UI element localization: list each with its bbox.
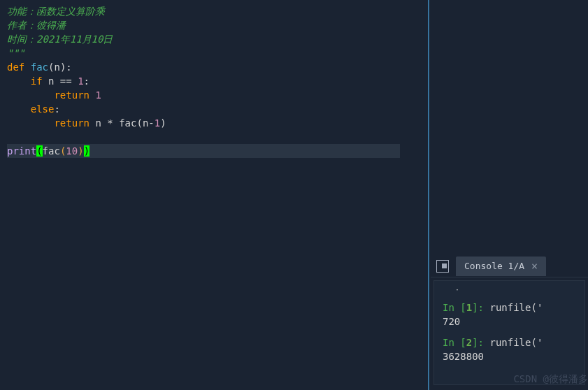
comment-line: 时间：2021年11月10日 xyxy=(7,32,430,46)
docstring-end: """ xyxy=(7,46,430,60)
console-tab[interactable]: Console 1/A × xyxy=(456,257,546,276)
console-tab-label: Console 1/A xyxy=(464,261,524,271)
code-line-if: if n == 1: xyxy=(7,74,430,88)
console-panel: Console 1/A × ˙ In [1]: runfile(' 720 In… xyxy=(431,255,588,390)
console-ellipsis: ˙ xyxy=(443,287,582,301)
console-tabbar: Console 1/A × xyxy=(431,255,588,277)
console-input-1: In [1]: runfile(' xyxy=(443,301,582,315)
code-line-def: def fac(n): xyxy=(7,60,430,74)
comment-line: 功能：函数定义算阶乘 xyxy=(7,4,430,18)
code-line-return1: return 1 xyxy=(7,88,430,102)
code-line-print-current: print(fac(10)) xyxy=(7,144,400,158)
console-output-1: 720 xyxy=(443,315,582,328)
console-output-2: 3628800 xyxy=(443,349,582,363)
comment-line: 作者：彼得潘 xyxy=(7,18,430,32)
code-editor[interactable]: 功能：函数定义算阶乘 作者：彼得潘 时间：2021年11月10日 """ def… xyxy=(0,0,430,390)
watermark: CSDN @彼得潘多 xyxy=(513,373,588,386)
new-console-icon[interactable] xyxy=(436,260,449,273)
console-output[interactable]: ˙ In [1]: runfile(' 720 In [2]: runfile(… xyxy=(433,280,585,385)
code-line-else: else: xyxy=(7,102,430,116)
code-line-return-recursive: return n * fac(n-1) xyxy=(7,116,430,130)
console-input-2: In [2]: runfile(' xyxy=(443,335,582,349)
close-icon[interactable]: × xyxy=(531,260,538,273)
